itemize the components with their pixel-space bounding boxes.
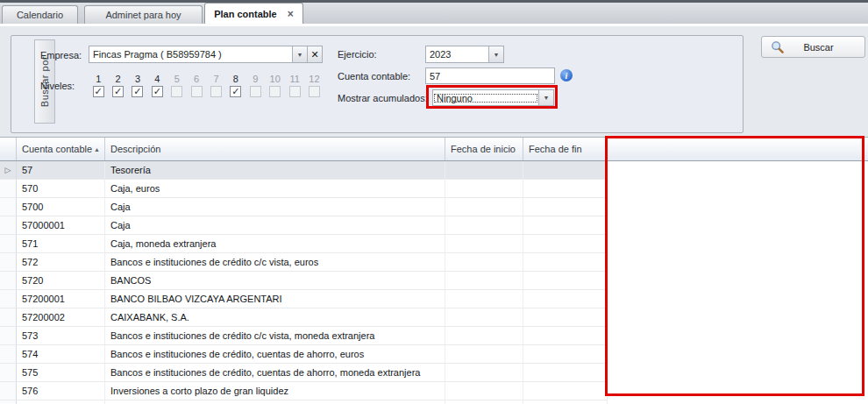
cell-fecha-fin <box>523 327 608 345</box>
clear-icon[interactable]: ✕ <box>307 46 322 62</box>
header-row-selector <box>0 138 17 160</box>
mostrar-acumulados-label: Mostrar acumulados: <box>338 93 428 103</box>
cell-fecha-inicio <box>445 216 523 235</box>
cell-empty-space <box>608 364 868 382</box>
table-row[interactable]: 573Bancos e instituciones de crédito c/c… <box>0 327 868 345</box>
search-panel: Buscar por Empresa: Fincas Pragma ( B589… <box>11 35 743 133</box>
close-tab-icon[interactable]: × <box>288 10 294 18</box>
cell-fecha-inicio <box>445 327 523 345</box>
cell-cuenta-contable: 572 <box>17 253 105 272</box>
row-selector[interactable] <box>0 235 17 253</box>
cell-fecha-fin <box>523 161 608 180</box>
cell-empty-space <box>608 198 868 216</box>
nivel-checkbox-5[interactable] <box>171 86 182 97</box>
cell-fecha-inicio <box>445 308 523 327</box>
nivel-checkbox-4[interactable]: ✓ <box>152 86 163 97</box>
cell-descripcion: Bancos e instituciones de crédito c/c vi… <box>105 253 445 272</box>
nivel-number-label: 7 <box>213 73 218 85</box>
row-selector[interactable] <box>0 180 17 198</box>
table-row[interactable]: 57200002CAIXABANK, S.A. <box>0 308 868 327</box>
nivel-6: 6 <box>187 73 206 97</box>
table-row[interactable]: 575Bancos e instituciones de crédito, cu… <box>0 364 868 382</box>
cell-empty-space <box>608 216 868 235</box>
cell-cuenta-contable: 573 <box>17 327 105 345</box>
tab-plan-contable[interactable]: Plan contable × <box>204 3 303 24</box>
cell-fecha-inicio <box>445 290 523 308</box>
row-selector[interactable] <box>0 327 17 345</box>
row-selector[interactable] <box>0 216 17 235</box>
cell-fecha-fin <box>523 308 608 327</box>
nivel-checkbox-7[interactable] <box>210 86 222 97</box>
row-selector[interactable] <box>0 364 17 382</box>
table-row[interactable]: 5720BANCOS <box>0 272 868 290</box>
table-body: ▷57Tesorería570Caja, euros5700Caja570000… <box>0 161 868 404</box>
row-selector[interactable]: ▷ <box>0 161 17 180</box>
nivel-checkbox-6[interactable] <box>191 86 203 97</box>
nivel-checkbox-10[interactable] <box>269 86 281 97</box>
header-label: Fecha de inicio <box>451 144 516 154</box>
cell-descripcion: BANCOS <box>105 272 445 290</box>
table-row[interactable]: ▷57Tesorería <box>0 161 868 180</box>
table-row[interactable]: 571Caja, moneda extranjera <box>0 235 868 253</box>
empresa-combobox[interactable]: Fincas Pragma ( B58959784 ) ▼ ✕ <box>89 46 323 63</box>
header-descripcion[interactable]: Descripción <box>105 138 445 160</box>
chevron-down-icon[interactable]: ▼ <box>292 46 307 62</box>
table-row[interactable]: 5700Caja <box>0 198 868 216</box>
tab-calendario[interactable]: Calendario <box>2 5 78 24</box>
nivel-checkbox-2[interactable]: ✓ <box>112 86 124 97</box>
row-selector[interactable] <box>0 198 17 216</box>
cell-cuenta-contable: 5700 <box>17 198 105 216</box>
row-selector[interactable] <box>0 382 17 400</box>
cell-descripcion: Bancos e instituciones de crédito c/c vi… <box>105 327 445 345</box>
cell-descripcion: Caja, moneda extranjera <box>105 235 445 253</box>
header-empty-space <box>608 138 868 160</box>
info-icon[interactable]: i <box>560 69 573 82</box>
chevron-down-icon[interactable]: ▼ <box>488 46 503 62</box>
header-fecha-fin[interactable]: Fecha de fin <box>523 138 608 160</box>
nivel-3: 3✓ <box>128 73 147 97</box>
nivel-checkbox-1[interactable]: ✓ <box>93 86 104 97</box>
row-selector[interactable] <box>0 272 17 290</box>
cell-fecha-fin <box>523 235 608 253</box>
cell-descripcion: Bancos e instituciones de crédito, cuent… <box>105 345 445 364</box>
niveles-label: Niveles: <box>40 81 75 91</box>
nivel-checkbox-12[interactable] <box>309 86 320 97</box>
table-row[interactable]: 57000001Caja <box>0 216 868 235</box>
nivel-number-label: 3 <box>135 73 140 85</box>
header-cuenta-contable[interactable]: Cuenta contable ▲ <box>17 138 105 160</box>
cell-descripcion: BANCO BILBAO VIZCAYA ARGENTARI <box>105 290 445 308</box>
row-selector[interactable] <box>0 290 17 308</box>
nivel-5: 5 <box>167 73 187 97</box>
row-selector[interactable] <box>0 308 17 327</box>
header-fecha-inicio[interactable]: Fecha de inicio <box>445 138 523 160</box>
cell-empty-space <box>608 180 868 198</box>
plan-contable-window: Calendario Adminet para hoy Plan contabl… <box>0 0 868 404</box>
cell-cuenta-contable: 570 <box>17 180 105 198</box>
buscar-button[interactable]: Buscar <box>761 36 865 58</box>
chevron-down-icon[interactable]: ▼ <box>538 90 553 105</box>
nivel-number-label: 12 <box>309 73 319 85</box>
table-row[interactable]: 576Inversiones a corto plazo de gran liq… <box>0 382 868 400</box>
nivel-checkbox-8[interactable]: ✓ <box>230 86 241 97</box>
row-selector[interactable] <box>0 400 17 404</box>
niveles-grid: 1✓2✓3✓4✓5678✓9101112 <box>89 73 324 97</box>
table-row[interactable]: 574Bancos e instituciones de crédito, cu… <box>0 345 868 364</box>
mostrar-acumulados-combobox[interactable]: Ninguno ▼ <box>432 89 554 106</box>
row-selector[interactable] <box>0 345 17 364</box>
ejercicio-combobox[interactable]: 2023 ▼ <box>425 46 504 63</box>
ejercicio-value: 2023 <box>426 49 488 60</box>
cell-fecha-inicio <box>445 235 523 253</box>
cuenta-contable-input[interactable] <box>426 68 554 83</box>
nivel-checkbox-9[interactable] <box>250 86 261 97</box>
nivel-checkbox-3[interactable]: ✓ <box>132 86 143 97</box>
cell-cuenta-contable: 574 <box>17 345 105 364</box>
row-selector[interactable] <box>0 253 17 272</box>
table-row[interactable]: 570Caja, euros <box>0 180 868 198</box>
tab-label: Calendario <box>17 10 63 20</box>
table-row[interactable]: 572Bancos e instituciones de crédito c/c… <box>0 253 868 272</box>
table-header-row: Cuenta contable ▲ Descripción Fecha de i… <box>0 138 868 161</box>
table-row-empty[interactable] <box>0 400 868 404</box>
table-row[interactable]: 57200001BANCO BILBAO VIZCAYA ARGENTARI <box>0 290 868 308</box>
nivel-checkbox-11[interactable] <box>289 86 301 97</box>
tab-adminet-para-hoy[interactable]: Adminet para hoy <box>84 5 203 24</box>
